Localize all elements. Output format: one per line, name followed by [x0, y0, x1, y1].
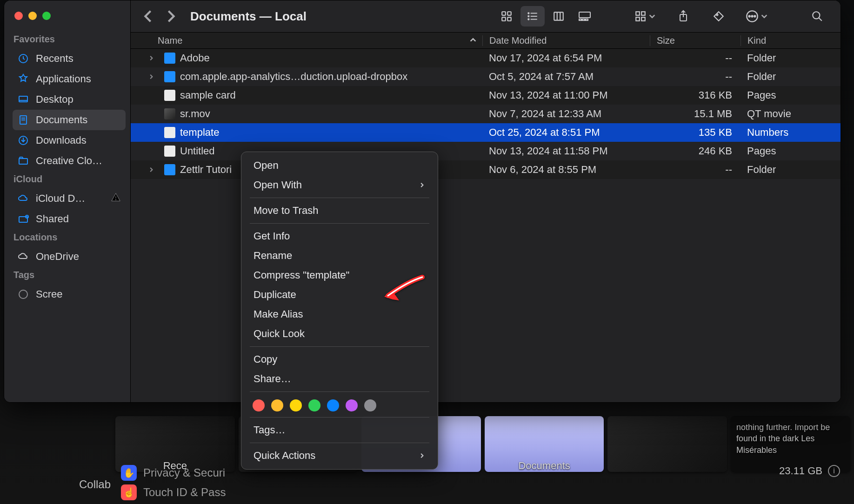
context-item-label: Quick Look	[254, 328, 305, 340]
sidebar-item-onedrive[interactable]: OneDrive	[13, 246, 126, 267]
close-button[interactable]	[14, 12, 23, 20]
search-button[interactable]	[805, 6, 829, 27]
file-rows: AdobeNov 17, 2024 at 6:54 PM--Foldercom.…	[131, 49, 841, 402]
file-row[interactable]: AdobeNov 17, 2024 at 6:54 PM--Folder	[131, 49, 841, 67]
file-name-label: sr.mov	[180, 108, 210, 120]
minimize-button[interactable]	[28, 12, 37, 20]
column-view-button[interactable]	[547, 6, 571, 27]
fullscreen-button[interactable]	[42, 12, 51, 20]
column-headers[interactable]: Name Date Modified Size Kind	[131, 33, 841, 49]
context-item-label: Compress "template"	[254, 269, 349, 281]
gallery-view-button[interactable]	[573, 6, 597, 27]
header-kind[interactable]: Kind	[741, 35, 841, 46]
forward-button[interactable]	[164, 9, 178, 23]
sidebar-item-scree[interactable]: Scree	[13, 284, 126, 305]
date-cell: Oct 5, 2024 at 7:57 AM	[482, 71, 650, 83]
context-item-make-alias[interactable]: Make Alias	[243, 305, 436, 324]
context-item-open[interactable]: Open	[243, 156, 436, 175]
sidebar-item-applications[interactable]: Applications	[13, 69, 126, 89]
sidebar-item-desktop[interactable]: Desktop	[13, 89, 126, 110]
status-bar: 23.11 GB i	[779, 465, 840, 477]
sidebar-item-downloads[interactable]: Downloads	[13, 130, 126, 151]
kind-cell: Folder	[741, 164, 841, 176]
file-row[interactable]: com.apple.app-analytics…duction.upload-d…	[131, 67, 841, 86]
sidebar-item-creative-clo-[interactable]: Creative Clo…	[13, 151, 126, 171]
sidebar-item-documents[interactable]: Documents	[13, 110, 126, 130]
header-size[interactable]: Size	[650, 35, 741, 46]
file-name-label: com.apple.app-analytics…duction.upload-d…	[180, 71, 407, 83]
back-button[interactable]	[141, 9, 155, 23]
tag-color[interactable]	[308, 399, 320, 411]
tag-color[interactable]	[364, 399, 376, 411]
svg-rect-30	[636, 12, 640, 15]
sidebar-item-label: Scree	[36, 288, 62, 300]
context-item-copy[interactable]: Copy	[243, 350, 436, 369]
context-item-move-to-trash[interactable]: Move to Trash	[243, 201, 436, 220]
settings-label: Privacy & Securi	[143, 466, 225, 479]
action-menu-button[interactable]	[742, 6, 772, 27]
tag-color[interactable]	[253, 399, 265, 411]
context-item-rename[interactable]: Rename	[243, 246, 436, 265]
svg-rect-15	[502, 17, 506, 21]
svg-rect-13	[502, 12, 506, 15]
sidebar-item-shared[interactable]: Shared	[13, 209, 126, 229]
file-row[interactable]: UntitledNov 13, 2024 at 11:58 PM246 KBPa…	[131, 142, 841, 160]
date-cell: Nov 6, 2024 at 8:55 PM	[482, 164, 650, 176]
dock-thumbnail[interactable]: Rece	[115, 416, 235, 472]
sidebar-item-recents[interactable]: Recents	[13, 48, 126, 69]
dock-thumbnail[interactable]: nothing further. Import be found in the …	[731, 416, 850, 472]
list-view-button[interactable]	[520, 6, 545, 27]
context-item-get-info[interactable]: Get Info	[243, 226, 436, 246]
file-row[interactable]: sample cardNov 13, 2024 at 11:00 PM316 K…	[131, 86, 841, 105]
desktop-icon	[17, 93, 29, 106]
share-button[interactable]	[671, 6, 695, 27]
context-menu[interactable]: OpenOpen WithMove to TrashGet InfoRename…	[241, 152, 438, 470]
sidebar-item-label: OneDrive	[36, 251, 79, 263]
file-name-label: Zettlr Tutori	[180, 164, 232, 176]
svg-rect-33	[641, 17, 645, 21]
context-separator	[250, 391, 429, 392]
file-row[interactable]: templateOct 25, 2024 at 8:51 PM135 KBNum…	[131, 123, 841, 142]
context-item-duplicate[interactable]: Duplicate	[243, 285, 436, 305]
tag-color[interactable]	[327, 399, 339, 411]
header-name[interactable]: Name	[158, 35, 482, 46]
disclosure-triangle[interactable]	[131, 166, 158, 173]
group-by-button[interactable]	[630, 6, 660, 27]
dock-thumbnail[interactable]	[607, 416, 727, 472]
clock-icon	[17, 53, 29, 65]
tag-color[interactable]	[271, 399, 283, 411]
disclosure-triangle[interactable]	[131, 55, 158, 61]
context-item-quick-look[interactable]: Quick Look	[243, 324, 436, 344]
header-date[interactable]: Date Modified	[482, 35, 650, 46]
tag-color[interactable]	[290, 399, 302, 411]
context-item-label: Tags…	[254, 424, 285, 436]
mov-file-icon	[164, 108, 175, 119]
context-item-tags-[interactable]: Tags…	[243, 420, 436, 440]
context-item-label: Make Alias	[254, 308, 303, 320]
size-cell: 135 KB	[650, 126, 741, 139]
context-item-share-[interactable]: Share…	[243, 369, 436, 389]
sidebar-item-label: Downloads	[36, 134, 87, 146]
svg-point-39	[751, 16, 753, 17]
background-settings-row[interactable]: ✋Privacy & Securi	[121, 465, 226, 481]
tag-dot-icon	[17, 288, 29, 300]
file-row[interactable]: sr.movNov 7, 2024 at 12:33 AM15.1 MBQT m…	[131, 105, 841, 123]
folder-file-icon	[164, 71, 175, 82]
icon-view-button[interactable]	[494, 6, 519, 27]
file-name-cell: com.apple.app-analytics…duction.upload-d…	[158, 71, 482, 83]
tags-button[interactable]	[707, 6, 731, 27]
info-icon[interactable]: i	[828, 465, 840, 477]
context-item-open-with[interactable]: Open With	[243, 175, 436, 195]
svg-rect-31	[641, 12, 645, 15]
file-name-label: sample card	[180, 89, 236, 101]
context-item-quick-actions[interactable]: Quick Actions	[243, 446, 436, 465]
size-cell: 316 KB	[650, 89, 741, 101]
context-item-compress-template-[interactable]: Compress "template"	[243, 265, 436, 285]
tag-color[interactable]	[346, 399, 358, 411]
background-settings-row[interactable]: ☝Touch ID & Pass	[121, 484, 226, 500]
sidebar-item-icloud-d-[interactable]: iCloud D…	[13, 188, 126, 209]
disclosure-triangle[interactable]	[131, 73, 158, 80]
context-item-label: Duplicate	[254, 289, 296, 301]
file-row[interactable]: Zettlr TutoriNov 6, 2024 at 8:55 PM--Fol…	[131, 160, 841, 179]
dock-thumbnail[interactable]: Documents	[485, 416, 604, 472]
